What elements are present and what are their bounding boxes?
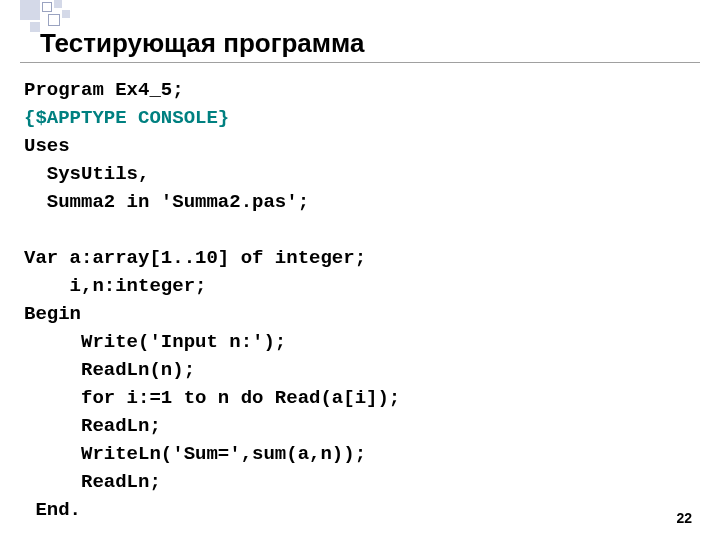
code-line-directive: {$APPTYPE CONSOLE} — [24, 107, 229, 129]
code-line: Write('Input n:'); — [24, 331, 286, 353]
code-line: Var a:array[1..10] of integer; — [24, 247, 366, 269]
code-line: for i:=1 to n do Read(a[i]); — [24, 387, 400, 409]
code-line: WriteLn('Sum=',sum(a,n)); — [24, 443, 366, 465]
title-underline — [20, 62, 700, 63]
page-number: 22 — [676, 510, 692, 526]
code-line: End. — [24, 499, 81, 521]
code-line: i,n:integer; — [24, 275, 206, 297]
code-line: SysUtils, — [24, 163, 149, 185]
slide-title: Тестирующая программа — [40, 28, 364, 59]
code-line: ReadLn; — [24, 415, 161, 437]
code-line: Program Ex4_5; — [24, 79, 184, 101]
code-line: Uses — [24, 135, 70, 157]
code-block: Program Ex4_5; {$APPTYPE CONSOLE} Uses S… — [24, 76, 400, 524]
code-line: ReadLn(n); — [24, 359, 195, 381]
code-line: Summa2 in 'Summa2.pas'; — [24, 191, 309, 213]
code-line: ReadLn; — [24, 471, 161, 493]
code-line: Begin — [24, 303, 81, 325]
